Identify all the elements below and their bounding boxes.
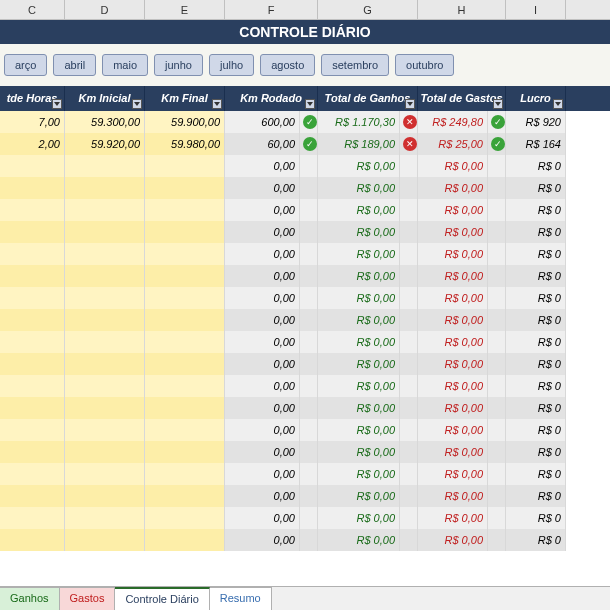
cell-total-ganhos[interactable]: R$ 0,00 <box>318 221 400 243</box>
cell-lucro[interactable]: R$ 920 <box>506 111 566 133</box>
cell-km-inicial[interactable] <box>65 529 145 551</box>
cell-km-inicial[interactable] <box>65 331 145 353</box>
cell-horas[interactable] <box>0 529 65 551</box>
tab-controle-diario[interactable]: Controle Diário <box>115 587 209 610</box>
cell-total-gastos[interactable]: R$ 0,00 <box>418 485 488 507</box>
cell-lucro[interactable]: R$ 0 <box>506 441 566 463</box>
cell-km-inicial[interactable] <box>65 507 145 529</box>
cell-total-gastos[interactable]: R$ 0,00 <box>418 463 488 485</box>
cell-total-ganhos[interactable]: R$ 1.170,30 <box>318 111 400 133</box>
cell-lucro[interactable]: R$ 0 <box>506 419 566 441</box>
cell-km-rodado[interactable]: 0,00 <box>225 397 300 419</box>
cell-km-inicial[interactable] <box>65 199 145 221</box>
cell-total-ganhos[interactable]: R$ 0,00 <box>318 243 400 265</box>
header-km-rodado[interactable]: Km Rodado <box>225 86 318 111</box>
cell-km-inicial[interactable] <box>65 155 145 177</box>
cell-total-ganhos[interactable]: R$ 0,00 <box>318 507 400 529</box>
cell-horas[interactable] <box>0 309 65 331</box>
cell-km-final[interactable] <box>145 463 225 485</box>
cell-km-final[interactable] <box>145 529 225 551</box>
cell-total-gastos[interactable]: R$ 0,00 <box>418 353 488 375</box>
cell-lucro[interactable]: R$ 0 <box>506 375 566 397</box>
month-button[interactable]: junho <box>154 54 203 76</box>
month-button[interactable]: outubro <box>395 54 454 76</box>
cell-total-ganhos[interactable]: R$ 0,00 <box>318 441 400 463</box>
cell-total-gastos[interactable]: R$ 0,00 <box>418 507 488 529</box>
cell-km-inicial[interactable] <box>65 463 145 485</box>
month-button[interactable]: abril <box>53 54 96 76</box>
col-letter[interactable]: D <box>65 0 145 19</box>
cell-total-ganhos[interactable]: R$ 0,00 <box>318 485 400 507</box>
cell-km-inicial[interactable] <box>65 375 145 397</box>
cell-lucro[interactable]: R$ 0 <box>506 287 566 309</box>
cell-lucro[interactable]: R$ 0 <box>506 397 566 419</box>
cell-total-ganhos[interactable]: R$ 0,00 <box>318 265 400 287</box>
cell-horas[interactable] <box>0 463 65 485</box>
cell-total-gastos[interactable]: R$ 0,00 <box>418 331 488 353</box>
cell-km-inicial[interactable]: 59.920,00 <box>65 133 145 155</box>
cell-total-gastos[interactable]: R$ 0,00 <box>418 177 488 199</box>
cell-total-gastos[interactable]: R$ 0,00 <box>418 375 488 397</box>
cell-lucro[interactable]: R$ 0 <box>506 353 566 375</box>
cell-km-rodado[interactable]: 0,00 <box>225 485 300 507</box>
cell-horas[interactable] <box>0 155 65 177</box>
cell-horas[interactable]: 7,00 <box>0 111 65 133</box>
cell-total-ganhos[interactable]: R$ 189,00 <box>318 133 400 155</box>
cell-km-inicial[interactable] <box>65 485 145 507</box>
cell-total-gastos[interactable]: R$ 0,00 <box>418 155 488 177</box>
cell-km-inicial[interactable] <box>65 221 145 243</box>
cell-total-ganhos[interactable]: R$ 0,00 <box>318 309 400 331</box>
cell-km-rodado[interactable]: 600,00 <box>225 111 300 133</box>
cell-km-inicial[interactable] <box>65 353 145 375</box>
cell-km-rodado[interactable]: 0,00 <box>225 199 300 221</box>
cell-lucro[interactable]: R$ 0 <box>506 507 566 529</box>
cell-total-gastos[interactable]: R$ 0,00 <box>418 397 488 419</box>
filter-dropdown-icon[interactable] <box>553 99 563 109</box>
cell-km-final[interactable] <box>145 265 225 287</box>
filter-dropdown-icon[interactable] <box>52 99 62 109</box>
month-button[interactable]: setembro <box>321 54 389 76</box>
cell-km-rodado[interactable]: 0,00 <box>225 287 300 309</box>
cell-horas[interactable] <box>0 375 65 397</box>
cell-horas[interactable]: 2,00 <box>0 133 65 155</box>
col-letter[interactable]: G <box>318 0 418 19</box>
cell-km-final[interactable] <box>145 353 225 375</box>
cell-total-gastos[interactable]: R$ 0,00 <box>418 441 488 463</box>
cell-total-ganhos[interactable]: R$ 0,00 <box>318 375 400 397</box>
filter-dropdown-icon[interactable] <box>405 99 415 109</box>
cell-km-final[interactable] <box>145 397 225 419</box>
month-button[interactable]: maio <box>102 54 148 76</box>
tab-resumo[interactable]: Resumo <box>210 587 272 610</box>
cell-horas[interactable] <box>0 441 65 463</box>
cell-km-inicial[interactable] <box>65 419 145 441</box>
cell-horas[interactable] <box>0 243 65 265</box>
cell-total-gastos[interactable]: R$ 0,00 <box>418 419 488 441</box>
cell-horas[interactable] <box>0 507 65 529</box>
cell-km-inicial[interactable]: 59.300,00 <box>65 111 145 133</box>
cell-km-final[interactable] <box>145 485 225 507</box>
cell-km-rodado[interactable]: 0,00 <box>225 265 300 287</box>
cell-horas[interactable] <box>0 177 65 199</box>
cell-km-final[interactable] <box>145 331 225 353</box>
header-horas[interactable]: tde Horas <box>0 86 65 111</box>
cell-km-inicial[interactable] <box>65 287 145 309</box>
cell-total-gastos[interactable]: R$ 0,00 <box>418 529 488 551</box>
cell-total-gastos[interactable]: R$ 0,00 <box>418 309 488 331</box>
cell-total-ganhos[interactable]: R$ 0,00 <box>318 331 400 353</box>
cell-total-gastos[interactable]: R$ 0,00 <box>418 287 488 309</box>
cell-horas[interactable] <box>0 331 65 353</box>
tab-ganhos[interactable]: Ganhos <box>0 587 60 610</box>
header-km-inicial[interactable]: Km Inicial <box>65 86 145 111</box>
cell-km-final[interactable] <box>145 375 225 397</box>
cell-total-gastos[interactable]: R$ 0,00 <box>418 199 488 221</box>
cell-lucro[interactable]: R$ 0 <box>506 155 566 177</box>
cell-horas[interactable] <box>0 353 65 375</box>
cell-km-inicial[interactable] <box>65 243 145 265</box>
cell-km-final[interactable] <box>145 419 225 441</box>
cell-horas[interactable] <box>0 221 65 243</box>
cell-km-final[interactable]: 59.900,00 <box>145 111 225 133</box>
cell-horas[interactable] <box>0 199 65 221</box>
cell-horas[interactable] <box>0 419 65 441</box>
cell-km-rodado[interactable]: 0,00 <box>225 155 300 177</box>
cell-lucro[interactable]: R$ 0 <box>506 243 566 265</box>
